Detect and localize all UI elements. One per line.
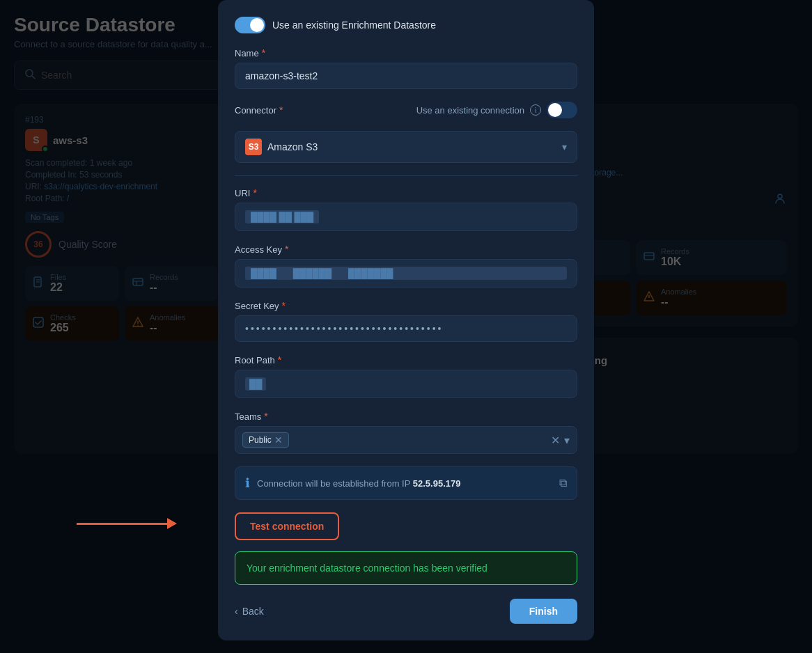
info-message: Connection will be established from IP 5…	[257, 478, 552, 489]
root-path-label: Root Path *	[235, 354, 577, 365]
arrow-head	[167, 518, 177, 529]
access-key-masked: ████ ██████ ███████	[245, 267, 567, 280]
access-key-section: Access Key * ████ ██████ ███████	[235, 244, 577, 288]
teams-required: *	[264, 411, 267, 422]
success-text: Your enrichment datastore connection has…	[247, 562, 487, 574]
test-connection-button[interactable]: Test connection	[235, 512, 339, 540]
secret-key-label: Secret Key *	[235, 300, 577, 311]
connector-toggle-group: Use an existing connection i	[416, 102, 577, 118]
back-chevron-icon: ‹	[235, 606, 238, 617]
teams-input[interactable]: Public ✕ ✕ ▾	[235, 426, 577, 454]
teams-clear-button[interactable]: ✕	[551, 434, 560, 447]
uri-section: URI * ████ ██ ███	[235, 187, 577, 231]
connector-required: *	[279, 104, 283, 116]
back-button[interactable]: ‹ Back	[235, 606, 264, 617]
finish-button[interactable]: Finish	[510, 599, 577, 624]
modal-footer: ‹ Back Finish	[235, 599, 577, 624]
name-input[interactable]	[235, 63, 577, 89]
connector-label: Connector *	[235, 104, 283, 116]
uri-input-masked[interactable]: ████ ██ ███	[235, 203, 577, 231]
copy-icon[interactable]: ⧉	[559, 477, 567, 489]
secret-key-input[interactable]	[235, 315, 577, 342]
arrow-indicator	[77, 518, 177, 529]
teams-chevron-icon[interactable]: ▾	[564, 434, 570, 447]
secret-key-required: *	[282, 300, 286, 311]
connection-info-box: ℹ Connection will be established from IP…	[235, 466, 577, 500]
divider-1	[235, 175, 577, 176]
info-icon-toggle[interactable]: i	[530, 104, 541, 116]
top-toggle-row: Use an existing Enrichment Datastore	[235, 17, 577, 33]
connector-select-text: Amazon S3	[267, 141, 556, 152]
arrow-line	[77, 523, 167, 525]
enrichment-toggle[interactable]	[235, 17, 265, 33]
info-ip: 52.5.95.179	[413, 478, 461, 489]
success-message-box: Your enrichment datastore connection has…	[235, 551, 577, 585]
conn-toggle-knob	[548, 103, 562, 117]
connector-chevron-icon: ▾	[562, 141, 567, 152]
enrichment-toggle-label: Use an existing Enrichment Datastore	[272, 19, 436, 31]
connector-label-group: Connector *	[235, 104, 283, 116]
name-required: *	[262, 47, 265, 58]
info-circle-icon: ℹ	[245, 475, 250, 491]
connector-row: Connector * Use an existing connection i	[235, 102, 577, 118]
modal-dialog: Use an existing Enrichment Datastore Nam…	[218, 0, 594, 640]
secret-key-section: Secret Key *	[235, 300, 577, 342]
toggle-knob	[250, 18, 264, 32]
badge-remove-btn[interactable]: ✕	[274, 434, 283, 446]
connection-toggle[interactable]	[547, 102, 577, 118]
root-path-required: *	[278, 354, 281, 365]
public-badge-label: Public	[249, 435, 272, 445]
connector-toggle-label: Use an existing connection	[416, 105, 524, 116]
root-path-section: Root Path * ██	[235, 354, 577, 398]
teams-section: Teams * Public ✕ ✕ ▾	[235, 411, 577, 454]
teams-label: Teams *	[235, 411, 577, 422]
public-badge: Public ✕	[242, 432, 289, 448]
name-section: Name *	[235, 47, 577, 89]
access-key-input[interactable]: ████ ██████ ███████	[235, 259, 577, 288]
name-label: Name *	[235, 47, 577, 58]
access-key-required: *	[285, 244, 288, 255]
access-key-label: Access Key *	[235, 244, 577, 255]
connector-select[interactable]: S3 Amazon S3 ▾	[235, 131, 577, 163]
uri-masked-value: ████ ██ ███	[245, 210, 319, 223]
connector-select-section: S3 Amazon S3 ▾	[235, 131, 577, 163]
uri-required: *	[253, 187, 256, 198]
uri-label: URI *	[235, 187, 577, 198]
root-path-input[interactable]: ██	[235, 370, 577, 398]
connector-icon: S3	[245, 139, 262, 155]
root-path-masked: ██	[245, 377, 266, 391]
